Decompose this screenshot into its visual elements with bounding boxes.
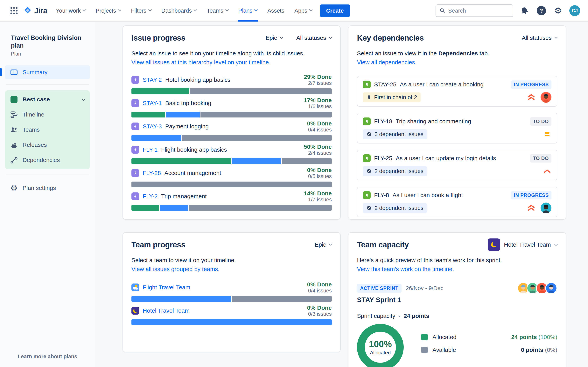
- status-filter-select[interactable]: All statuses: [296, 34, 332, 41]
- legend-row-available: Available 0 points (0%): [421, 345, 557, 355]
- nav-assets[interactable]: Assets: [262, 0, 289, 22]
- view-all-dependencies-link[interactable]: View all dependencies.: [357, 58, 557, 66]
- learn-more-link[interactable]: Learn more about plans: [0, 354, 95, 360]
- story-icon: [363, 154, 371, 162]
- issue-key-link[interactable]: FLY-2: [143, 193, 158, 200]
- hierarchy-filter-select[interactable]: Epic: [315, 241, 332, 248]
- issue-key: STAY-25: [374, 81, 397, 88]
- notifications-icon[interactable]: [519, 5, 530, 16]
- story-icon: [363, 191, 371, 199]
- issue-key-link[interactable]: STAY-1: [143, 100, 162, 106]
- progress-bar: [131, 135, 332, 141]
- settings-gear-icon[interactable]: ⚙: [553, 5, 563, 16]
- sidebar-item-summary[interactable]: Summary: [5, 66, 90, 79]
- issue-row[interactable]: STAY-1 Basic trip booking 17% Done1/6 is…: [131, 97, 332, 117]
- nav-teams[interactable]: Teams: [202, 0, 233, 22]
- card-title: Team progress: [131, 240, 185, 249]
- sidebar-item-teams[interactable]: Teams: [5, 122, 90, 137]
- issue-key-link[interactable]: STAY-2: [143, 76, 162, 83]
- done-percent: 29% Done: [304, 74, 332, 80]
- jira-logo[interactable]: Jira: [22, 6, 51, 15]
- priority-highest-icon: [527, 204, 536, 212]
- nav-your-work[interactable]: Your work: [51, 0, 91, 22]
- issue-key: FLY-8: [374, 192, 389, 199]
- issue-key: FLY-18: [374, 118, 392, 125]
- issue-row[interactable]: STAY-3 Payment logging 0% Done0/4 issues: [131, 120, 332, 141]
- app-switcher-icon[interactable]: [8, 4, 20, 17]
- scenario-selector[interactable]: Best case: [5, 92, 90, 107]
- epic-icon: [131, 169, 139, 177]
- grid-icon: [10, 7, 18, 14]
- top-navigation: Jira Your work Projects Filters Dashboar…: [0, 0, 588, 22]
- create-button[interactable]: Create: [320, 4, 350, 17]
- bar-segment-done: [131, 112, 165, 117]
- issue-title: Hotel booking app basics: [165, 76, 230, 83]
- team-row[interactable]: Hotel Travel Team 0% Done0/3 issues: [131, 304, 332, 325]
- team-name-link[interactable]: Flight Travel Team: [143, 284, 190, 291]
- team-row[interactable]: Flight Travel Team 0% Done0/4 issues: [131, 281, 332, 302]
- chevron-down-icon: [148, 8, 152, 11]
- global-search[interactable]: [436, 4, 513, 17]
- search-input[interactable]: [448, 8, 509, 14]
- bar-segment-done: [131, 88, 189, 94]
- status-filter-select[interactable]: All statuses: [522, 34, 557, 41]
- hierarchy-filter-select[interactable]: Epic: [266, 34, 283, 41]
- dependency-card[interactable]: FLY-8 As I user I can book a flight IN P…: [357, 187, 557, 217]
- issue-row[interactable]: FLY-2 Trip management 14% Done1/7 issues: [131, 190, 332, 211]
- sidebar-item-dependencies[interactable]: Dependencies: [5, 152, 90, 167]
- dependent-issues-chip: 2 dependent issues: [363, 166, 427, 176]
- summary-content: Issue progress Epic All statuses Select …: [95, 22, 588, 367]
- view-all-issues-link[interactable]: View all issues at this hierarchy level …: [131, 58, 332, 66]
- dependency-icon: [366, 132, 372, 137]
- issue-row[interactable]: STAY-2 Hotel booking app basics 29% Done…: [131, 73, 332, 94]
- sprint-avatars: [517, 282, 557, 294]
- selected-team-name: Hotel Travel Team: [504, 241, 551, 248]
- done-percent: 14% Done: [304, 190, 332, 197]
- issue-count: 0/4 issues: [308, 127, 332, 133]
- sidebar-item-plan-settings[interactable]: ⚙ Plan settings: [5, 180, 90, 196]
- status-badge: IN PROGRESS: [511, 191, 552, 200]
- scenario-section: Best case Timeline T: [5, 90, 90, 169]
- nav-plans[interactable]: Plans: [233, 0, 262, 22]
- team-select[interactable]: Hotel Travel Team: [488, 238, 557, 251]
- team-name-link[interactable]: Hotel Travel Team: [143, 307, 190, 314]
- view-teams-link[interactable]: View all issues grouped by teams.: [131, 265, 332, 273]
- issue-row[interactable]: FLY-28 Account management 0% Done0/5 iss…: [131, 167, 332, 187]
- issue-row[interactable]: FLY-1 Flight booking app basics 50% Done…: [131, 143, 332, 164]
- bar-segment-inprogress: [131, 296, 231, 302]
- nav-filters[interactable]: Filters: [126, 0, 156, 22]
- view-team-work-link[interactable]: View this team's work on the timeline.: [357, 265, 557, 273]
- bar-segment-todo: [190, 88, 332, 94]
- dependency-list: STAY-25 As a user I can create a booking…: [357, 76, 557, 217]
- issue-key-link[interactable]: FLY-28: [143, 170, 161, 176]
- sprint-header: ACTIVE SPRINT 26/Nov - 9/Dec: [357, 282, 557, 294]
- issue-count: 2/4 issues: [308, 150, 332, 156]
- progress-bar: [131, 319, 332, 325]
- story-icon: [363, 117, 371, 125]
- sidebar-item-releases[interactable]: Releases: [5, 137, 90, 152]
- nav-dashboards[interactable]: Dashboards: [156, 0, 202, 22]
- issue-key-link[interactable]: FLY-1: [143, 146, 158, 153]
- bookmark-icon: [366, 95, 372, 100]
- hotel-team-icon: [488, 238, 500, 251]
- dependency-card[interactable]: FLY-18 Trip sharing and commenting TO DO…: [357, 113, 557, 143]
- issue-key-link[interactable]: STAY-3: [143, 123, 162, 130]
- nav-apps[interactable]: Apps: [289, 0, 317, 22]
- dependency-card[interactable]: FLY-25 As a user I can update my login d…: [357, 150, 557, 180]
- priority-high-icon: [543, 167, 552, 175]
- dependency-card[interactable]: STAY-25 As a user I can create a booking…: [357, 76, 557, 107]
- issue-title: As a user I can update my login details: [396, 155, 496, 162]
- issue-count: 0/5 issues: [308, 173, 332, 179]
- chevron-down-icon: [254, 8, 258, 11]
- donut-label: Allocated: [370, 350, 391, 356]
- issue-count: 0/4 issues: [308, 288, 332, 294]
- nav-projects[interactable]: Projects: [91, 0, 126, 22]
- sidebar-item-timeline[interactable]: Timeline: [5, 107, 90, 122]
- dependency-icon: [366, 168, 372, 174]
- progress-bar: [131, 88, 332, 94]
- user-avatar[interactable]: CJ: [569, 5, 580, 16]
- priority-medium-icon: [543, 130, 552, 138]
- issue-count: 1/7 issues: [308, 197, 332, 202]
- capacity-legend: Allocated 24 points (100%) Available 0 p…: [421, 332, 557, 367]
- help-icon[interactable]: ?: [536, 5, 547, 16]
